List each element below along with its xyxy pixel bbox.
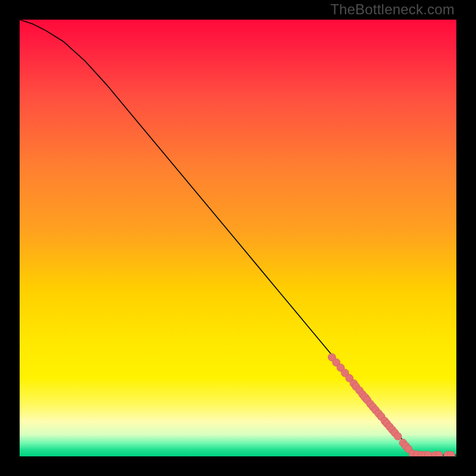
watermark-text: TheBottleneck.com <box>330 1 455 18</box>
plot-area <box>20 20 456 456</box>
data-point <box>394 433 402 440</box>
data-points-group <box>328 353 455 456</box>
bottleneck-curve <box>20 20 456 455</box>
chart-frame: TheBottleneck.com <box>0 0 476 476</box>
chart-svg <box>20 20 456 456</box>
